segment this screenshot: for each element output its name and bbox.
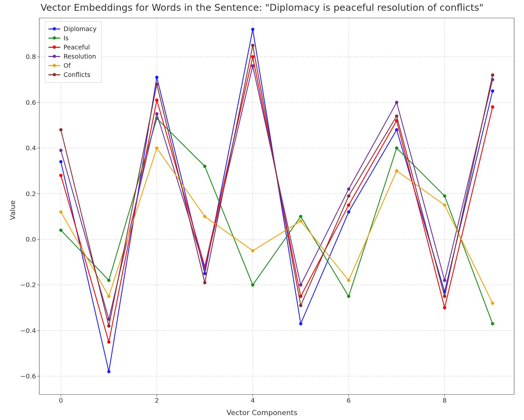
series-point (395, 101, 398, 104)
series-point (443, 306, 446, 309)
series-point (203, 272, 206, 275)
legend-item: Resolution (48, 52, 97, 61)
series-point (59, 174, 63, 177)
series-point (347, 295, 350, 298)
series-point (155, 99, 159, 102)
legend-item: Diplomacy (48, 24, 97, 33)
series-point (155, 82, 159, 86)
legend-item: Of (48, 61, 97, 70)
legend-item: Conflicts (48, 70, 97, 79)
x-tick-label: 2 (155, 397, 159, 404)
series-point (299, 283, 302, 286)
series-point (443, 295, 446, 298)
series-line (61, 46, 493, 326)
legend: DiplomacyIsPeacefulResolutionOfConflicts (45, 21, 102, 83)
legend-label: Diplomacy (64, 24, 97, 33)
series-point (491, 89, 494, 93)
series-point (251, 44, 254, 47)
y-axis-label: Value (9, 200, 17, 220)
series-point (59, 149, 63, 152)
y-tick-label: −0.6 (10, 373, 36, 379)
series-point (347, 188, 350, 191)
series-point (443, 194, 446, 198)
legend-swatch (48, 53, 60, 60)
legend-swatch (48, 71, 60, 78)
y-tick-label: 0.8 (10, 53, 36, 60)
series-point (203, 165, 206, 168)
series-point (203, 267, 206, 271)
chart-title: Vector Embeddings for Words in the Sente… (0, 2, 524, 13)
series-point (299, 322, 302, 325)
legend-swatch (48, 44, 60, 50)
series-point (491, 301, 494, 305)
series-point (107, 295, 110, 298)
series-line (61, 148, 493, 303)
legend-swatch (48, 62, 60, 69)
series-point (155, 76, 159, 79)
series-point (347, 194, 350, 198)
y-tick-label: 0.6 (10, 99, 36, 106)
legend-swatch (48, 35, 60, 41)
y-tick-label: −0.4 (10, 327, 36, 334)
series-point (251, 64, 254, 67)
legend-label: Conflicts (64, 70, 90, 79)
series-point (155, 112, 159, 116)
series-point (491, 73, 494, 77)
y-tick-label: −0.2 (10, 282, 36, 288)
series-line (61, 29, 493, 372)
y-tick-label: 0.4 (10, 145, 36, 151)
series-point (443, 204, 446, 207)
x-tick-label: 6 (346, 397, 351, 404)
legend-swatch (48, 26, 60, 32)
series-point (107, 324, 110, 328)
series-line (61, 57, 493, 342)
series-point (155, 146, 159, 150)
series-point (107, 279, 110, 282)
series-point (251, 55, 254, 58)
series-point (347, 204, 350, 207)
series-point (59, 228, 63, 232)
series-point (395, 128, 398, 132)
series-point (299, 219, 302, 223)
series-point (347, 279, 350, 282)
plot-svg (39, 18, 514, 394)
series-point (347, 210, 350, 213)
x-axis-label: Vector Components (0, 409, 524, 417)
series-point (491, 105, 494, 109)
series-point (59, 128, 63, 132)
series-point (59, 160, 63, 163)
series-point (203, 215, 206, 218)
x-tick-label: 8 (442, 397, 447, 404)
legend-label: Peaceful (64, 43, 90, 52)
legend-label: Resolution (64, 52, 96, 61)
legend-item: Peaceful (48, 43, 97, 52)
series-point (251, 283, 254, 286)
legend-label: Of (64, 61, 71, 70)
y-tick-label: 0.2 (10, 191, 36, 197)
series-point (443, 279, 446, 282)
series-point (251, 249, 254, 252)
plot-area (39, 18, 514, 394)
series-point (59, 210, 63, 213)
y-tick-label: 0.0 (10, 236, 36, 243)
figure: Vector Embeddings for Words in the Sente… (0, 0, 524, 420)
series-point (203, 281, 206, 284)
series-point (107, 340, 110, 344)
series-point (395, 146, 398, 150)
series-line (61, 66, 493, 319)
x-tick-label: 4 (251, 397, 255, 404)
series-point (395, 115, 398, 118)
legend-label: Is (64, 33, 69, 43)
series-line (61, 119, 493, 324)
series-point (299, 304, 302, 307)
series-point (251, 28, 254, 31)
x-tick-label: 0 (59, 397, 63, 404)
series-point (491, 322, 494, 325)
series-point (395, 169, 398, 173)
series-point (107, 370, 110, 373)
legend-item: Is (48, 33, 97, 43)
series-point (299, 215, 302, 218)
